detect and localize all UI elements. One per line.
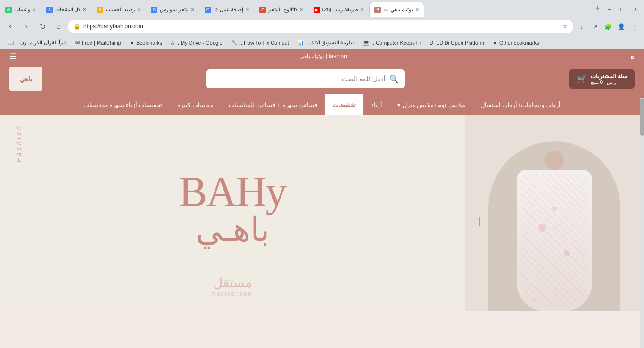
close-button[interactable]: × bbox=[631, 6, 640, 13]
tab-close-tab-store[interactable]: × bbox=[191, 7, 194, 13]
hero-model bbox=[498, 132, 611, 311]
hero-watermark: مستقل mostaql.com bbox=[211, 275, 254, 297]
tab-favicon-tab-add-work: G bbox=[205, 7, 211, 13]
top-bar-text: بوتيك باهي | fashion bbox=[299, 53, 347, 59]
browser-tab-tab-store[interactable]: Sمتجر سوارس× bbox=[146, 2, 199, 17]
cart-icon: 🛒 bbox=[577, 74, 587, 84]
bookmark-label: Other bookmarks bbox=[499, 40, 539, 46]
bookmark-bookmarks[interactable]: ★Bookmarks bbox=[126, 39, 166, 47]
cursor-indicator bbox=[479, 217, 480, 226]
url-bar[interactable]: 🔒 https://bahyfashion.com ☆ bbox=[68, 20, 573, 33]
nav-item-أزياء[interactable]: أزياء bbox=[363, 94, 390, 115]
reload-button[interactable]: ↻ bbox=[36, 20, 49, 33]
tab-favicon-tab-bahy: B bbox=[374, 7, 381, 13]
bookmark-label: How To Fix Comput... bbox=[239, 40, 289, 46]
extensions-icon[interactable]: 🧩 bbox=[603, 21, 614, 32]
hero-image-area bbox=[465, 115, 644, 311]
tab-label-tab-store: متجر سوارس bbox=[160, 7, 189, 13]
hero-fashion-text: Fashion bbox=[15, 124, 22, 162]
bookmark-favicon: 🔧 bbox=[231, 40, 238, 46]
nav-item-فساتين-سهرة-+-فساتين[interactable]: فساتين سهرة + فساتين للمناسبات bbox=[221, 94, 325, 115]
search-icon: 🔍 bbox=[389, 75, 399, 83]
cart-button[interactable]: سلة المشتريات ر.س - 0 منتج 🛒 bbox=[569, 69, 635, 89]
hero-logo-english: BAHy bbox=[179, 171, 286, 213]
browser-tab-tab-youtube[interactable]: ▶طريقة رب.. (25)× bbox=[308, 2, 370, 17]
tab-favicon-tab-balance: 5 bbox=[97, 7, 103, 13]
watermark-arabic: مستقل bbox=[211, 275, 254, 290]
browser-tab-tab-products[interactable]: Sكل المنتجات× bbox=[41, 2, 91, 17]
browser-tab-tab-catalog[interactable]: Gكاتالوج المتجر× bbox=[254, 2, 308, 17]
tab-favicon-tab-store: S bbox=[151, 7, 157, 13]
tab-label-tab-balance: رصيد الحساب bbox=[106, 7, 135, 13]
bookmark-label: دبلومة التسويق الالك... bbox=[306, 40, 355, 46]
browser-tab-tab-add-work[interactable]: Gإضافة عمل <-× bbox=[199, 2, 254, 17]
cart-label: سلة المشتريات bbox=[591, 73, 627, 80]
tab-close-tab-add-work[interactable]: × bbox=[246, 7, 249, 13]
tab-close-tab-whatsapp[interactable]: × bbox=[33, 7, 36, 13]
watermark-latin: mostaql.com bbox=[211, 290, 254, 297]
maximize-button[interactable]: □ bbox=[618, 6, 627, 13]
tab-close-tab-bahy[interactable]: × bbox=[416, 7, 419, 13]
site-logo[interactable]: باهي bbox=[9, 67, 42, 91]
bookmark-favicon: △ bbox=[171, 40, 174, 46]
tab-label-tab-catalog: كاتالوج المتجر bbox=[268, 7, 297, 13]
nav-item-تخفيضات-أزياء-سهرة-و[interactable]: تخفيضات أزياء سهرة ومناسبات bbox=[76, 94, 170, 115]
bookmark-دبلومة-التسويق-الالك...[interactable]: 📊دبلومة التسويق الالك... bbox=[294, 39, 358, 47]
bookmark-favicon: 📖 bbox=[8, 40, 14, 46]
browser-tab-tab-whatsapp[interactable]: Wواتساب× bbox=[0, 2, 41, 17]
back-button[interactable]: ‹ bbox=[4, 20, 17, 33]
tab-label-tab-products: كل المنتجات bbox=[55, 7, 81, 13]
home-button[interactable]: ⌂ bbox=[52, 20, 65, 33]
url-text: https://bahyfashion.com bbox=[83, 23, 560, 30]
star-icon[interactable]: ☆ bbox=[562, 23, 568, 30]
scrollbar-thumb[interactable] bbox=[640, 98, 644, 136]
minimize-button[interactable]: − bbox=[604, 6, 614, 13]
tab-favicon-tab-catalog: G bbox=[259, 7, 266, 13]
address-bar: ‹ › ↻ ⌂ 🔒 https://bahyfashion.com ☆ ↓ ↗ … bbox=[0, 17, 644, 36]
top-bar-right-icon: ﻩ bbox=[630, 51, 635, 61]
profile-icon[interactable]: 👤 bbox=[616, 21, 627, 32]
browser-tab-tab-balance[interactable]: 5رصيد الحساب× bbox=[91, 2, 146, 17]
bookmark-computer-keeps-fr...[interactable]: 💻Computer Keeps Fr... bbox=[359, 39, 425, 47]
tab-close-tab-products[interactable]: × bbox=[83, 7, 86, 13]
toolbar-icons: ↓ ↗ 🧩 👤 ⋮ bbox=[576, 21, 640, 32]
tab-close-tab-youtube[interactable]: × bbox=[361, 7, 364, 13]
tab-label-tab-add-work: إضافة عمل <- bbox=[214, 7, 243, 13]
bookmark-إقرأ-القرآن-الكريم-اون...[interactable]: 📖إقرأ القرآن الكريم اون... bbox=[4, 39, 71, 47]
bookmark-free-|-mailchimp[interactable]: ✉Free | MailChimp bbox=[72, 39, 125, 47]
search-input[interactable] bbox=[212, 75, 386, 83]
forward-button[interactable]: › bbox=[20, 20, 33, 33]
bookmark-favicon: ★ bbox=[130, 40, 134, 46]
tab-label-tab-youtube: طريقة رب.. (25) bbox=[322, 7, 359, 13]
nav-item-أرواب-وبيجامات+أرواب[interactable]: أرواب وبيجامات+أرواب استقبال bbox=[473, 94, 569, 115]
bookmark-how-to-fix-comput...[interactable]: 🔧How To Fix Comput... bbox=[227, 39, 293, 47]
tab-bar: Wواتساب×Sكل المنتجات×5رصيد الحساب×Sمتجر … bbox=[0, 0, 644, 17]
tab-close-tab-balance[interactable]: × bbox=[137, 7, 140, 13]
window-controls: − □ × bbox=[604, 2, 644, 17]
nav-item-ملابس-نوم+ملابس-منزل[interactable]: ملابس نوم+ملابس منزل ▾ bbox=[390, 94, 472, 115]
nav-item-مقاسات-كبيرة[interactable]: مقاسات كبيرة bbox=[170, 94, 221, 115]
menu-icon[interactable]: ⋮ bbox=[629, 21, 640, 32]
tab-favicon-tab-whatsapp: W bbox=[5, 7, 12, 13]
hero-content: Fashion BAHy باهـي مستقل mostaql.com bbox=[0, 115, 465, 311]
search-bar[interactable]: 🔍 bbox=[206, 69, 405, 88]
tab-label-tab-bahy: بوتيك باهي مد bbox=[383, 7, 413, 13]
bookmark-label: My Drive - Google... bbox=[176, 40, 223, 46]
share-icon[interactable]: ↗ bbox=[589, 21, 601, 32]
model-dress bbox=[517, 170, 592, 311]
logo-text: باهي bbox=[20, 75, 32, 83]
new-tab-button[interactable]: + bbox=[591, 2, 604, 15]
scrollbar[interactable] bbox=[640, 98, 644, 348]
bookmark-didi-open-platform...[interactable]: DDiDi Open Platform... bbox=[426, 39, 488, 47]
bookmark-favicon: 📊 bbox=[297, 40, 304, 46]
cart-sub: ر.س - 0 منتج bbox=[591, 80, 616, 85]
tab-close-tab-catalog[interactable]: × bbox=[300, 7, 303, 13]
top-bar-menu-icon[interactable]: ☰ bbox=[9, 52, 16, 61]
bookmark-other-bookmarks[interactable]: ★Other bookmarks bbox=[489, 39, 543, 47]
bookmark-my-drive---google...[interactable]: △My Drive - Google... bbox=[167, 39, 226, 47]
tab-label-tab-whatsapp: واتساب bbox=[14, 7, 30, 13]
nav-item-تخفيضات[interactable]: تخفيضات bbox=[325, 94, 363, 115]
download-icon[interactable]: ↓ bbox=[576, 21, 587, 32]
site-header: سلة المشتريات ر.س - 0 منتج 🛒 🔍 باهي bbox=[0, 63, 644, 94]
browser-tab-tab-bahy[interactable]: Bبوتيك باهي مد× bbox=[369, 2, 424, 17]
